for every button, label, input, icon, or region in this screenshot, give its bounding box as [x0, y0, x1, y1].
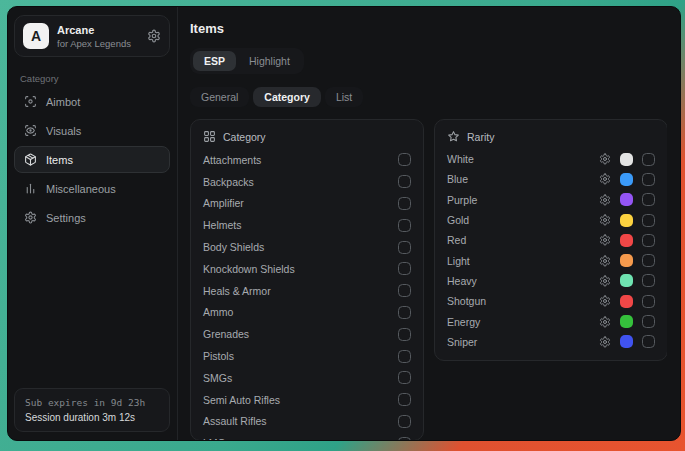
- category-row-label: Assault Rifles: [203, 415, 267, 427]
- settings-icon: [24, 211, 37, 224]
- gear-icon[interactable]: [599, 153, 611, 165]
- rarity-checkbox-heavy[interactable]: [642, 274, 655, 287]
- tab-general[interactable]: General: [190, 87, 249, 107]
- category-row-label: Semi Auto Rifles: [203, 394, 280, 406]
- aimbot-icon: [24, 95, 37, 108]
- rarity-row-label: Purple: [447, 194, 599, 206]
- rarity-row-blue: Blue: [447, 169, 655, 189]
- category-row-knockdown-shields: Knockdown Shields: [203, 258, 411, 280]
- gear-icon[interactable]: [599, 194, 611, 206]
- toggle-option-esp[interactable]: ESP: [193, 51, 236, 71]
- rarity-list: WhiteBluePurpleGoldRedLightHeavyShotgunE…: [447, 149, 655, 352]
- category-row-label: Backpacks: [203, 176, 254, 188]
- category-checkbox-backpacks[interactable]: [398, 175, 411, 188]
- category-row-label: Grenades: [203, 328, 249, 340]
- sidebar-item-label: Miscellaneous: [46, 183, 116, 195]
- rarity-row-label: Gold: [447, 214, 599, 226]
- subscription-status-card: Sub expires in 9d 23h Session duration 3…: [14, 388, 170, 432]
- rarity-checkbox-gold[interactable]: [642, 214, 655, 227]
- category-checkbox-pistols[interactable]: [398, 350, 411, 363]
- rarity-checkbox-sniper[interactable]: [642, 335, 655, 348]
- color-swatch-shotgun[interactable]: [620, 295, 633, 308]
- rarity-checkbox-red[interactable]: [642, 234, 655, 247]
- rarity-row-shotgun: Shotgun: [447, 291, 655, 311]
- color-swatch-sniper[interactable]: [620, 335, 633, 348]
- brand-subtitle: for Apex Legends: [57, 38, 139, 49]
- category-checkbox-heals-armor[interactable]: [398, 284, 411, 297]
- sidebar-item-label: Visuals: [46, 125, 81, 137]
- color-swatch-red[interactable]: [620, 234, 633, 247]
- star-icon: [447, 130, 460, 143]
- rarity-row-label: Energy: [447, 316, 599, 328]
- sidebar-item-settings[interactable]: Settings: [14, 204, 170, 231]
- category-list: AttachmentsBackpacksAmplifierHelmetsBody…: [203, 149, 411, 440]
- tab-bar: GeneralCategoryList: [190, 87, 363, 107]
- color-swatch-light[interactable]: [620, 254, 633, 267]
- category-checkbox-grenades[interactable]: [398, 328, 411, 341]
- gear-icon[interactable]: [599, 234, 611, 246]
- category-row-label: Attachments: [203, 154, 261, 166]
- category-checkbox-assault-rifles[interactable]: [398, 415, 411, 428]
- sidebar-section-label: Category: [20, 73, 170, 84]
- app-window: A Arcane for Apex Legends Category Aimbo…: [7, 6, 681, 441]
- category-row-label: Heals & Armor: [203, 285, 271, 297]
- gear-icon[interactable]: [599, 295, 611, 307]
- color-swatch-gold[interactable]: [620, 214, 633, 227]
- category-row-label: Body Shields: [203, 241, 264, 253]
- rarity-checkbox-light[interactable]: [642, 254, 655, 267]
- category-row-smgs: SMGs: [203, 367, 411, 389]
- sidebar-nav: AimbotVisualsItemsMiscellaneousSettings: [14, 88, 170, 231]
- color-swatch-white[interactable]: [620, 153, 633, 166]
- color-swatch-heavy[interactable]: [620, 274, 633, 287]
- gear-icon[interactable]: [599, 173, 611, 185]
- rarity-row-label: Blue: [447, 173, 599, 185]
- gear-icon[interactable]: [599, 275, 611, 287]
- sidebar-item-aimbot[interactable]: Aimbot: [14, 88, 170, 115]
- category-row-label: LMGs: [203, 437, 231, 440]
- category-checkbox-smgs[interactable]: [398, 371, 411, 384]
- sidebar-item-items[interactable]: Items: [14, 146, 170, 173]
- visuals-icon: [24, 124, 37, 137]
- category-panel-title: Category: [223, 131, 266, 143]
- color-swatch-purple[interactable]: [620, 193, 633, 206]
- rarity-checkbox-white[interactable]: [642, 153, 655, 166]
- category-checkbox-ammo[interactable]: [398, 306, 411, 319]
- brand-text: Arcane for Apex Legends: [57, 24, 139, 49]
- category-row-assault-rifles: Assault Rifles: [203, 411, 411, 433]
- rarity-row-label: Sniper: [447, 336, 599, 348]
- rarity-row-white: White: [447, 149, 655, 169]
- rarity-checkbox-shotgun[interactable]: [642, 295, 655, 308]
- category-checkbox-amplifier[interactable]: [398, 197, 411, 210]
- tab-list[interactable]: List: [325, 87, 363, 107]
- category-row-label: Pistols: [203, 350, 234, 362]
- color-swatch-blue[interactable]: [620, 173, 633, 186]
- tab-category[interactable]: Category: [253, 87, 321, 107]
- category-checkbox-lmgs[interactable]: [398, 437, 411, 440]
- category-checkbox-semi-auto-rifles[interactable]: [398, 393, 411, 406]
- brand-logo: A: [23, 23, 49, 49]
- rarity-row-red: Red: [447, 230, 655, 250]
- gear-icon[interactable]: [599, 336, 611, 348]
- page-title: Items: [190, 21, 667, 36]
- sidebar-item-visuals[interactable]: Visuals: [14, 117, 170, 144]
- sidebar-item-miscellaneous[interactable]: Miscellaneous: [14, 175, 170, 202]
- rarity-checkbox-blue[interactable]: [642, 173, 655, 186]
- gear-icon[interactable]: [599, 255, 611, 267]
- category-checkbox-knockdown-shields[interactable]: [398, 262, 411, 275]
- category-checkbox-helmets[interactable]: [398, 219, 411, 232]
- gear-icon[interactable]: [599, 214, 611, 226]
- sidebar-item-label: Items: [46, 154, 73, 166]
- gear-icon[interactable]: [147, 29, 161, 43]
- toggle-option-highlight[interactable]: Highlight: [238, 51, 301, 71]
- rarity-row-label: Light: [447, 255, 599, 267]
- rarity-checkbox-energy[interactable]: [642, 315, 655, 328]
- gear-icon[interactable]: [599, 316, 611, 328]
- category-checkbox-body-shields[interactable]: [398, 241, 411, 254]
- main-content: Items ESPHighlight GeneralCategoryList C…: [178, 7, 680, 440]
- category-checkbox-attachments[interactable]: [398, 153, 411, 166]
- rarity-checkbox-purple[interactable]: [642, 193, 655, 206]
- category-row-label: SMGs: [203, 372, 232, 384]
- color-swatch-energy[interactable]: [620, 315, 633, 328]
- category-row-heals-armor: Heals & Armor: [203, 280, 411, 302]
- rarity-panel-title: Rarity: [467, 131, 494, 143]
